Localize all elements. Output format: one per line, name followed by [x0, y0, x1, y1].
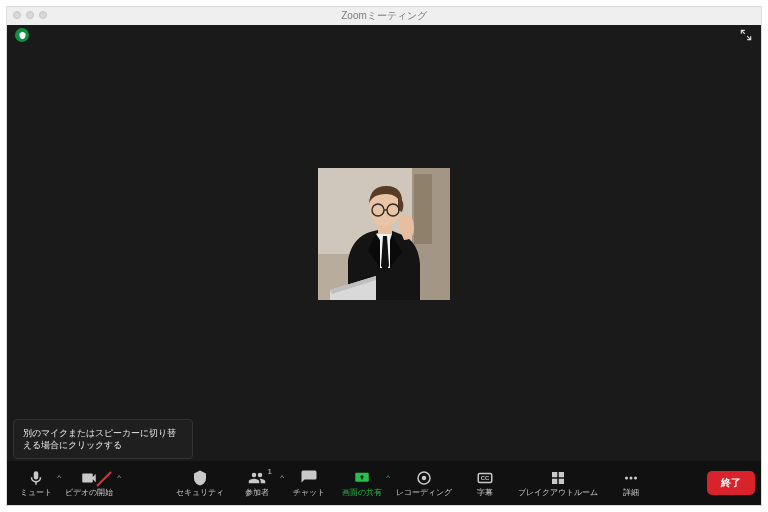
- start-video-button[interactable]: ビデオの開始 ^: [59, 467, 119, 500]
- svg-point-11: [422, 475, 427, 480]
- svg-rect-16: [552, 478, 557, 483]
- maximize-window-icon[interactable]: [39, 11, 47, 19]
- cc-icon: CC: [476, 469, 494, 487]
- grid-icon: [549, 469, 567, 487]
- cc-button[interactable]: CC 字幕: [460, 467, 510, 500]
- mute-button[interactable]: ミュート ^: [13, 467, 59, 500]
- share-screen-icon: [353, 469, 371, 487]
- end-meeting-button[interactable]: 終了: [707, 471, 755, 495]
- svg-rect-17: [559, 478, 564, 483]
- more-button[interactable]: 詳細: [606, 467, 656, 500]
- video-caret-icon[interactable]: ^: [117, 473, 121, 482]
- svg-point-18: [625, 476, 628, 479]
- svg-text:CC: CC: [481, 475, 490, 481]
- participants-count: 1: [268, 467, 272, 476]
- more-icon: [622, 469, 640, 487]
- minimize-window-icon[interactable]: [26, 11, 34, 19]
- breakout-rooms-button[interactable]: ブレイクアウトルーム: [512, 467, 604, 500]
- chat-icon: [300, 469, 318, 487]
- svg-rect-15: [559, 472, 564, 477]
- participants-icon: [248, 469, 266, 487]
- participant-avatar: [318, 168, 450, 300]
- participants-button[interactable]: 参加者 1 ^: [232, 467, 282, 500]
- titlebar: Zoomミーティング: [7, 7, 761, 25]
- record-button[interactable]: レコーディング: [390, 467, 458, 500]
- video-icon: [80, 469, 98, 487]
- svg-rect-14: [552, 472, 557, 477]
- encryption-icon[interactable]: [15, 28, 29, 42]
- microphone-icon: [27, 469, 45, 487]
- app-window: Zoomミーティング: [6, 6, 762, 506]
- svg-point-19: [630, 476, 633, 479]
- shield-icon: [191, 469, 209, 487]
- window-controls[interactable]: [13, 11, 47, 19]
- svg-point-20: [634, 476, 637, 479]
- close-window-icon[interactable]: [13, 11, 21, 19]
- share-screen-button[interactable]: 画面の共有 ^: [336, 467, 388, 500]
- fullscreen-icon[interactable]: [739, 28, 753, 42]
- window-title: Zoomミーティング: [341, 9, 427, 23]
- audio-caret-tooltip: 別のマイクまたはスピーカーに切り替える場合にクリックする: [13, 419, 193, 459]
- security-button[interactable]: セキュリティ: [170, 467, 230, 500]
- record-icon: [415, 469, 433, 487]
- meeting-toolbar: ミュート ^ ビデオの開始 ^ セキュリティ 参加者 1 ^: [7, 461, 761, 505]
- chat-button[interactable]: チャット: [284, 467, 334, 500]
- svg-rect-3: [414, 174, 432, 244]
- slash-icon: [96, 471, 112, 487]
- video-stage: [7, 25, 761, 461]
